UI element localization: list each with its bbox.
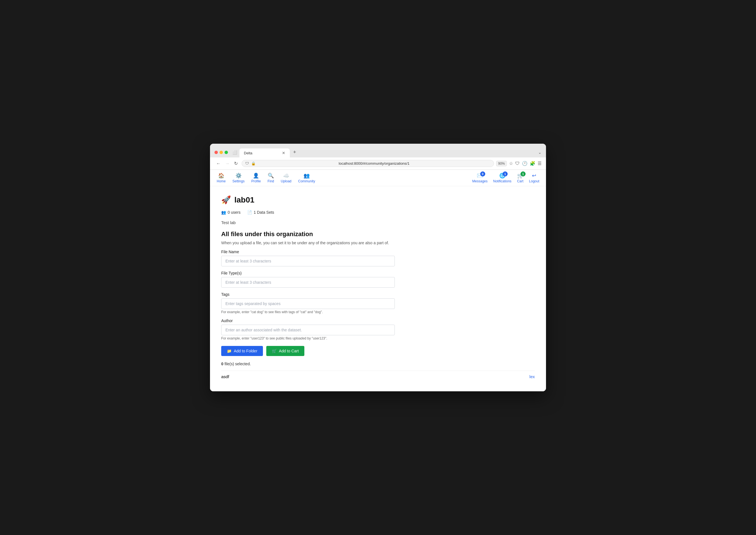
extensions-icon: 🧩 [530, 161, 535, 166]
messages-label: Messages [472, 179, 488, 183]
users-count-text: 0 users [228, 210, 240, 214]
cart-badge: 1 [521, 171, 526, 177]
community-icon: 👥 [304, 173, 310, 179]
add-to-cart-button[interactable]: 🛒 Add to Cart [266, 346, 304, 356]
nav-settings-label: Settings [232, 179, 244, 183]
file-name-group: File Name [221, 250, 535, 267]
author-input[interactable] [221, 324, 395, 335]
logout-icon: ↩ [532, 173, 536, 179]
cart-btn-icon: 🛒 [272, 349, 277, 353]
notifications-label: Notifications [493, 179, 511, 183]
datasets-count-text: 1 Data Sets [254, 210, 274, 214]
nav-cart[interactable]: 🛒 1 Cart [517, 173, 524, 183]
add-to-cart-label: Add to Cart [279, 349, 299, 353]
nav-upload-label: Upload [281, 179, 291, 183]
file-author-link[interactable]: lex [529, 374, 535, 379]
upload-icon: ☁️ [283, 173, 289, 179]
action-buttons: 📁 Add to Folder 🛒 Add to Cart [221, 346, 535, 356]
tags-group: Tags For example, enter "cat dog" to see… [221, 292, 535, 314]
notifications-badge: 1 [502, 171, 508, 177]
chevron-down-icon: ⌄ [538, 150, 542, 155]
nav-logout[interactable]: ↩ Logout [529, 173, 539, 183]
nav-notifications[interactable]: 🌐 1 Notifications [493, 173, 511, 183]
nav-home[interactable]: 🏠 Home [217, 173, 226, 183]
table-row: asdf lex [221, 371, 535, 382]
settings-icon: ⚙️ [235, 173, 242, 179]
logout-label: Logout [529, 179, 539, 183]
author-label: Author [221, 319, 535, 323]
org-meta: 👥 0 users 📄 1 Data Sets [221, 210, 535, 214]
file-name: asdf [221, 374, 229, 379]
users-icon: 👥 [221, 210, 226, 214]
selected-count: 0 [221, 362, 224, 366]
org-header: 🚀 lab01 [221, 195, 535, 205]
org-description: Test lab [221, 220, 535, 225]
forward-button[interactable]: → [224, 160, 231, 167]
nav-profile-label: Profile [251, 179, 261, 183]
tags-hint: For example, enter "cat dog" to see file… [221, 310, 535, 314]
reload-button[interactable]: ↻ [232, 160, 239, 167]
tags-input[interactable] [221, 298, 395, 309]
users-count: 👥 0 users [221, 210, 240, 214]
tab-close-button[interactable]: ✕ [282, 151, 285, 155]
new-tab-button[interactable]: + [290, 147, 300, 157]
lock-icon: 🔒 [251, 161, 256, 166]
minimize-button[interactable] [220, 151, 223, 154]
datasets-icon: 📄 [247, 210, 252, 214]
window-icon: ⬜ [232, 150, 237, 155]
messages-badge: 0 [480, 171, 485, 177]
maximize-button[interactable] [225, 151, 228, 154]
home-icon: 🏠 [218, 173, 224, 179]
tags-label: Tags [221, 292, 535, 296]
nav-find[interactable]: 🔍 Find [267, 173, 274, 183]
clock-icon: 🕐 [522, 161, 527, 166]
profile-icon: 👤 [253, 173, 259, 179]
file-type-group: File Type(s) [221, 271, 535, 288]
file-type-label: File Type(s) [221, 271, 535, 275]
files-selected-text: 0 file(s) selected. [221, 362, 535, 366]
nav-community-label: Community [298, 179, 315, 183]
file-name-input[interactable] [221, 256, 395, 267]
nav-find-label: Find [267, 179, 274, 183]
nav-community[interactable]: 👥 Community [298, 173, 315, 183]
section-subtitle: When you upload a file, you can set it t… [221, 240, 535, 245]
star-icon[interactable]: ☆ [509, 161, 513, 166]
section-title: All files under this organization [221, 231, 535, 238]
back-button[interactable]: ← [214, 160, 222, 167]
close-button[interactable] [214, 151, 218, 154]
nav-profile[interactable]: 👤 Profile [251, 173, 261, 183]
menu-icon[interactable]: ☰ [538, 161, 542, 166]
shield-icon: 🛡 [245, 161, 249, 166]
find-icon: 🔍 [268, 173, 274, 179]
file-name-label: File Name [221, 250, 535, 254]
tab-title: Delta [244, 151, 252, 155]
nav-upload[interactable]: ☁️ Upload [281, 173, 291, 183]
nav-messages[interactable]: ✉️ 0 Messages [472, 173, 488, 183]
folder-icon: 📁 [227, 349, 231, 353]
top-navigation: 🏠 Home ⚙️ Settings 👤 Profile 🔍 Find ☁️ U… [210, 170, 546, 186]
zoom-level: 90% [496, 161, 507, 166]
address-bar[interactable]: localhost:8000/#/community/organizations… [258, 161, 490, 166]
add-to-folder-label: Add to Folder [234, 349, 257, 353]
nav-right-section: ✉️ 0 Messages 🌐 1 Notifications 🛒 1 Cart [472, 173, 539, 183]
rocket-icon: 🚀 [221, 195, 231, 205]
nav-home-label: Home [217, 179, 226, 183]
file-type-input[interactable] [221, 277, 395, 288]
add-to-folder-button[interactable]: 📁 Add to Folder [221, 346, 263, 356]
nav-settings[interactable]: ⚙️ Settings [232, 173, 244, 183]
main-content: 🚀 lab01 👥 0 users 📄 1 Data Sets Test lab… [210, 186, 546, 391]
cart-label: Cart [517, 179, 524, 183]
author-group: Author For example, enter "user123" to s… [221, 319, 535, 340]
datasets-count: 📄 1 Data Sets [247, 210, 274, 214]
active-tab[interactable]: Delta ✕ [239, 149, 290, 157]
shield-check-icon: 🛡 [515, 161, 520, 166]
org-name: lab01 [234, 195, 255, 205]
author-hint: For example, enter "user123" to see publ… [221, 336, 535, 340]
selected-label: file(s) selected. [225, 362, 251, 366]
